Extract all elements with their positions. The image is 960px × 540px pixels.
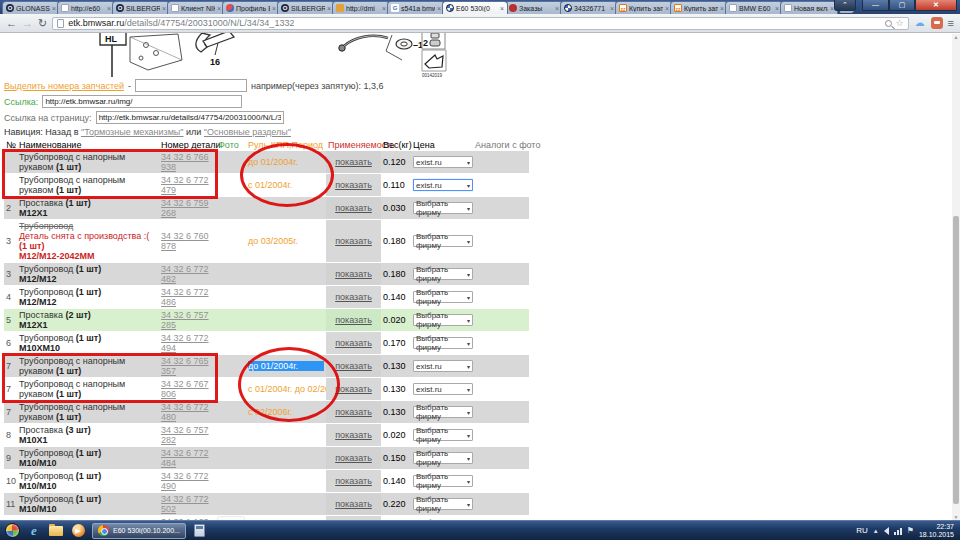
show-applicability-link[interactable]: показать [335,476,372,486]
tab-close-icon[interactable]: × [382,5,386,12]
browser-tab-3[interactable]: OSILBERGRA× [112,1,170,14]
price-vendor-select[interactable]: Выбрать фирму▾ [413,475,473,487]
part-number-link[interactable]: 34 32 6 772 486 [161,287,209,307]
highlight-parts-link[interactable]: Выделить номера запчастей [4,81,124,91]
browser-tab-2[interactable]: http://e60× [57,1,115,14]
part-number-link[interactable]: 34 32 6 772 482 [161,264,209,284]
part-number-link[interactable]: 34 32 6 772 480 [161,402,209,422]
reload-icon[interactable]: ↻ [38,18,47,29]
tab-close-icon[interactable]: × [162,5,166,12]
scrollbar-thumb[interactable] [953,216,959,504]
back-icon[interactable]: ← [6,18,17,29]
ie-taskbar-icon[interactable]: e [26,523,42,539]
browser-tab-13[interactable]: zzКупить зап× [670,1,728,14]
titlebar-extra-button[interactable]: ⌃ [834,0,856,11]
price-vendor-select[interactable]: Выбрать фирму▾ [413,202,473,214]
browser-tab-14[interactable]: BMW E60× [725,1,783,14]
show-applicability-link[interactable]: показать [335,361,372,371]
show-applicability-link[interactable]: показать [335,269,372,279]
show-applicability-link[interactable]: показать [335,203,372,213]
language-indicator[interactable]: RU [856,526,868,535]
part-number-link[interactable]: 34 32 6 767 806 [161,379,209,399]
browser-tab-7[interactable]: http://dmi× [332,1,390,14]
part-number-link[interactable]: 34 32 6 760 878 [161,231,209,251]
part-number-link[interactable]: 34 32 6 766 938 [161,152,209,172]
volume-icon[interactable] [884,527,889,535]
search-icon[interactable] [885,20,892,27]
browser-tab-4[interactable]: Клиент NIK× [167,1,225,14]
cloud-extension-icon[interactable]: ☁ [914,17,926,29]
tab-close-icon[interactable]: × [720,5,724,12]
part-number-link[interactable]: 34 32 6 772 494 [161,333,209,353]
browser-tab-11[interactable]: 34326771× [560,1,618,14]
browser-tab-6[interactable]: OSILBERGRA× [277,1,335,14]
show-applicability-link[interactable]: показать [335,384,372,394]
price-vendor-select[interactable]: Выбрать фирму▾ [413,337,473,349]
browser-tab-8[interactable]: Gs541a bmw× [387,1,445,14]
browser-tab-5[interactable]: Профиль В× [222,1,280,14]
price-vendor-select[interactable]: exist.ru▾ [413,156,473,168]
show-applicability-link[interactable]: показать [335,407,372,417]
browser-tab-1[interactable]: OGLONASS× [2,1,60,14]
network-icon[interactable] [894,527,902,535]
browser-tab-15[interactable]: Новая вкла× [780,1,838,14]
tab-close-icon[interactable]: × [272,5,276,12]
highlight-parts-input[interactable] [135,79,247,92]
browser-menu-icon[interactable]: ≡ [948,17,954,29]
start-button[interactable] [4,523,20,539]
tab-close-icon[interactable]: × [217,5,221,12]
tray-expand-icon[interactable]: ▲ [873,528,879,534]
price-vendor-select[interactable]: Выбрать фирму▾ [413,406,473,418]
part-number-link[interactable]: 34 32 6 772 490 [161,471,209,491]
show-applicability-link[interactable]: показать [335,236,372,246]
calculator-taskbar-icon[interactable] [192,523,208,539]
price-vendor-select[interactable]: Выбрать фирму▾ [413,291,473,303]
page-scrollbar[interactable]: ▲ ▼ [952,34,960,520]
price-vendor-select[interactable]: exist.ru▾ [413,383,473,395]
browser-tab-12[interactable]: zzКупить зап× [615,1,673,14]
link-input[interactable] [42,95,242,108]
price-vendor-select[interactable]: Выбрать фирму▾ [413,452,473,464]
chrome-task-button[interactable]: E60 530i(00.10.200... [92,523,186,539]
minimize-button[interactable]: — [862,0,889,11]
part-number-link[interactable]: 34 32 6 759 268 [161,198,209,218]
nav-link-brakes[interactable]: "Тормозные механизмы" [81,127,184,137]
scroll-up-icon[interactable]: ▲ [953,34,959,40]
action-center-flag-icon[interactable]: ⚑ [907,526,914,535]
price-vendor-select[interactable]: Выбрать фирму▾ [413,498,473,510]
chat-extension-icon[interactable] [931,17,943,29]
show-applicability-link[interactable]: показать [335,157,372,167]
show-applicability-link[interactable]: показать [335,430,372,440]
show-applicability-link[interactable]: показать [335,338,372,348]
price-vendor-select[interactable]: Выбрать фирму▾ [413,429,473,441]
media-player-taskbar-icon[interactable]: ▶ [70,523,86,539]
browser-tab-10[interactable]: Заказы× [505,1,563,14]
bookmark-star-icon[interactable]: ☆ [896,18,904,28]
maximize-button[interactable]: ▢ [889,0,915,11]
tab-close-icon[interactable]: × [52,5,56,12]
part-number-link[interactable]: 34 32 6 772 502 [161,494,209,514]
close-button[interactable]: ✕ [915,0,957,11]
price-vendor-select[interactable]: exist.ru▾ [413,179,473,191]
part-number-link[interactable]: 34 32 6 757 282 [161,425,209,445]
price-vendor-select[interactable]: Выбрать фирму▾ [413,268,473,280]
nav-link-main-sections[interactable]: "Основные разделы" [204,127,291,137]
tab-close-icon[interactable]: × [327,5,331,12]
part-number-link[interactable]: 34 32 6 765 357 [161,356,209,376]
price-vendor-select[interactable]: Выбрать фирму▾ [413,235,473,247]
tab-close-icon[interactable]: × [500,5,504,12]
tab-close-icon[interactable]: × [610,5,614,12]
explorer-taskbar-icon[interactable] [48,523,64,539]
tab-close-icon[interactable]: × [107,5,111,12]
part-number-link[interactable]: 34 32 6 757 285 [161,310,209,330]
clock[interactable]: 22:37 18.10.2015 [919,523,956,539]
address-bar[interactable]: etk.bmwsar.ru/detailsd/47754/20031000/N/… [52,17,908,30]
show-applicability-link[interactable]: показать [335,292,372,302]
show-applicability-link[interactable]: показать [335,499,372,509]
tab-close-icon[interactable]: × [775,5,779,12]
page-link-input[interactable] [96,111,284,124]
part-number-link[interactable]: 34 32 6 772 484 [161,448,209,468]
price-vendor-select[interactable]: exist.ru▾ [413,360,473,372]
forward-icon[interactable]: → [22,18,33,29]
show-applicability-link[interactable]: показать [335,453,372,463]
